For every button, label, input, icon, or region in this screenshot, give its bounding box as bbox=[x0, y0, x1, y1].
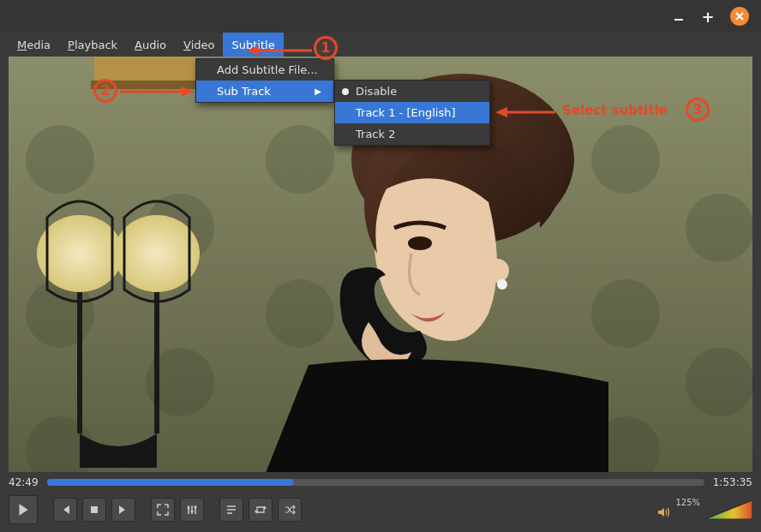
controls-bar: 125% bbox=[9, 494, 752, 525]
time-elapsed: 42:49 bbox=[9, 476, 39, 488]
svg-point-23 bbox=[408, 236, 432, 250]
volume-slider[interactable] bbox=[705, 500, 752, 519]
menubar: Media Playback Audio Video Subtitle bbox=[0, 33, 761, 57]
svg-point-18 bbox=[37, 215, 123, 292]
svg-rect-26 bbox=[191, 511, 194, 512]
shuffle-icon bbox=[284, 504, 296, 516]
volume-label: 125% bbox=[675, 498, 700, 507]
svg-point-22 bbox=[497, 279, 507, 290]
seek-row: 42:49 1:53:35 bbox=[9, 474, 752, 491]
svg-rect-14 bbox=[94, 57, 197, 82]
skip-forward-icon bbox=[117, 504, 129, 516]
speaker-icon bbox=[656, 505, 670, 519]
svg-point-10 bbox=[591, 279, 660, 348]
seek-progress bbox=[47, 479, 294, 486]
equalizer-icon bbox=[186, 504, 198, 516]
svg-point-21 bbox=[485, 259, 509, 283]
annotation-3-badge: 3 bbox=[686, 98, 710, 122]
time-total: 1:53:35 bbox=[713, 476, 752, 488]
subtrack-track-1[interactable]: Track 1 - [English] bbox=[335, 102, 489, 123]
svg-rect-24 bbox=[91, 506, 98, 513]
fullscreen-icon bbox=[157, 504, 169, 516]
previous-button[interactable] bbox=[53, 498, 77, 522]
subtrack-dropdown: Disable Track 1 - [English] Track 2 bbox=[334, 80, 490, 146]
menu-audio[interactable]: Audio bbox=[126, 33, 175, 57]
menu-media[interactable]: Media bbox=[9, 33, 59, 57]
maximize-button[interactable]: + bbox=[701, 9, 715, 23]
radio-checked-icon bbox=[342, 88, 349, 95]
annotation-2-badge: 2 bbox=[93, 79, 117, 103]
menu-add-subtitle-file[interactable]: Add Subtitle File... bbox=[196, 59, 333, 81]
playlist-icon bbox=[225, 504, 237, 516]
subtrack-track-2[interactable]: Track 2 bbox=[335, 123, 489, 145]
submenu-arrow-icon: ▶ bbox=[315, 87, 321, 96]
menu-sub-track[interactable]: Sub Track ▶ bbox=[196, 81, 333, 102]
stop-button[interactable] bbox=[82, 498, 106, 522]
svg-point-19 bbox=[114, 215, 200, 292]
volume-control: 125% bbox=[656, 500, 752, 519]
svg-point-12 bbox=[686, 194, 752, 262]
loop-button[interactable] bbox=[249, 498, 273, 522]
annotation-1-arrow bbox=[247, 43, 314, 58]
annotation-3-arrow bbox=[495, 105, 557, 120]
svg-rect-27 bbox=[195, 506, 197, 508]
svg-rect-25 bbox=[188, 507, 190, 509]
svg-rect-0 bbox=[674, 19, 683, 21]
minimize-button[interactable] bbox=[672, 9, 686, 23]
loop-icon bbox=[255, 504, 267, 516]
svg-point-8 bbox=[266, 279, 334, 348]
annotation-3-label: Select subtitle bbox=[562, 103, 668, 118]
minimize-icon bbox=[673, 10, 685, 22]
close-icon bbox=[734, 10, 746, 22]
skip-back-icon bbox=[59, 504, 71, 516]
annotation-2-arrow bbox=[120, 84, 194, 99]
svg-point-9 bbox=[591, 125, 660, 194]
playlist-button[interactable] bbox=[219, 498, 243, 522]
titlebar: + bbox=[0, 0, 761, 33]
svg-point-13 bbox=[686, 348, 752, 416]
next-button[interactable] bbox=[111, 498, 135, 522]
volume-triangle-icon bbox=[705, 500, 752, 519]
subtitle-dropdown: Add Subtitle File... Sub Track ▶ bbox=[195, 58, 334, 103]
extended-settings-button[interactable] bbox=[180, 498, 204, 522]
menu-playback[interactable]: Playback bbox=[59, 33, 126, 57]
svg-point-2 bbox=[26, 125, 94, 194]
annotation-1-badge: 1 bbox=[314, 36, 338, 60]
stop-icon bbox=[88, 504, 100, 516]
play-button[interactable] bbox=[9, 495, 38, 524]
subtrack-disable[interactable]: Disable bbox=[335, 81, 489, 102]
seek-bar[interactable] bbox=[47, 479, 704, 486]
close-button[interactable] bbox=[730, 7, 749, 26]
menu-video[interactable]: Video bbox=[175, 33, 223, 57]
shuffle-button[interactable] bbox=[278, 498, 302, 522]
svg-point-7 bbox=[266, 125, 334, 194]
fullscreen-button[interactable] bbox=[151, 498, 175, 522]
play-icon bbox=[15, 502, 31, 517]
